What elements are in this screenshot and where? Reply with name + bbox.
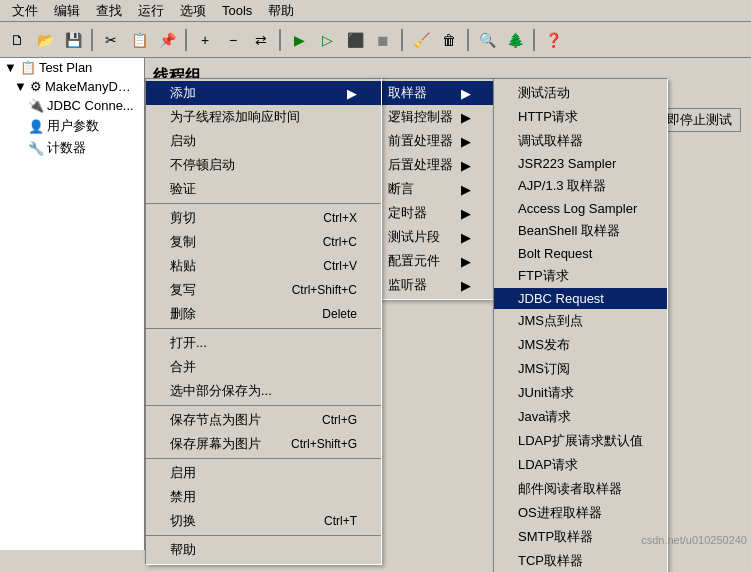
sub2-jdbc[interactable]: JDBC Request (494, 288, 667, 309)
sub2-java[interactable]: Java请求 (494, 405, 667, 429)
sub1-config[interactable]: 配置元件 ▶ (364, 249, 495, 273)
clear-all-button[interactable]: 🗑 (436, 27, 462, 53)
new-button[interactable]: 🗋 (4, 27, 30, 53)
arrow-icon: ▶ (347, 86, 357, 101)
tree-item-counter[interactable]: 🔧 计数器 (0, 137, 144, 159)
separator2 (185, 29, 187, 51)
save-button[interactable]: 💾 (60, 27, 86, 53)
sub1-logic[interactable]: 逻辑控制器 ▶ (364, 105, 495, 129)
help-button[interactable]: ❓ (540, 27, 566, 53)
arrow-config: ▶ (461, 254, 471, 269)
sub2-ajp[interactable]: AJP/1.3 取样器 (494, 174, 667, 198)
menu-addto-item-savenodeimg[interactable]: 保存节点为图片 Ctrl+G (146, 408, 381, 432)
menu-addto-item-enable[interactable]: 启用 (146, 461, 381, 485)
context-menu-sub1: 取样器 ▶ 逻辑控制器 ▶ 前置处理器 ▶ 后置处理器 ▶ 断言 ▶ (363, 78, 496, 300)
menu-tools[interactable]: Tools (214, 1, 260, 20)
menu-addto-item-delete[interactable]: 删除 Delete (146, 302, 381, 326)
shortcut-savenodeimg: Ctrl+G (322, 413, 357, 427)
tree-button[interactable]: 🌲 (502, 27, 528, 53)
clear-button[interactable]: 🧹 (408, 27, 434, 53)
arrow-listener: ▶ (461, 278, 471, 293)
sep1 (146, 203, 381, 204)
sub2-mail[interactable]: 邮件阅读者取样器 (494, 477, 667, 501)
sub2-ldap[interactable]: LDAP请求 (494, 453, 667, 477)
open-button[interactable]: 📂 (32, 27, 58, 53)
sub2-jsr223[interactable]: JSR223 Sampler (494, 153, 667, 174)
arrow-logic: ▶ (461, 110, 471, 125)
menu-help[interactable]: 帮助 (260, 0, 302, 22)
menu-addto-item-disable[interactable]: 禁用 (146, 485, 381, 509)
shortcut-copy: Ctrl+C (323, 235, 357, 249)
menu-options[interactable]: 选项 (172, 0, 214, 22)
tree-item-testplan[interactable]: ▼ 📋 Test Plan (0, 58, 144, 77)
menu-find[interactable]: 查找 (88, 0, 130, 22)
watermark: csdn.net/u010250240 (641, 534, 747, 546)
menu-addto-item-validate[interactable]: 验证 (146, 177, 381, 201)
menu-run[interactable]: 运行 (130, 0, 172, 22)
separator1 (91, 29, 93, 51)
sub2-os[interactable]: OS进程取样器 (494, 501, 667, 525)
menu-addto-item-toggle[interactable]: 切换 Ctrl+T (146, 509, 381, 533)
sub1-testfrag[interactable]: 测试片段 ▶ (364, 225, 495, 249)
shortcut-toggle: Ctrl+T (324, 514, 357, 528)
sub1-assert[interactable]: 断言 ▶ (364, 177, 495, 201)
collapse-button[interactable]: − (220, 27, 246, 53)
sub1-timer[interactable]: 定时器 ▶ (364, 201, 495, 225)
sub2-junit[interactable]: JUnit请求 (494, 381, 667, 405)
sub2-jmspub[interactable]: JMS发布 (494, 333, 667, 357)
tree-item-makemanydatas[interactable]: ▼ ⚙ MakeManyData (0, 77, 144, 96)
run-no-pause-button[interactable]: ▷ (314, 27, 340, 53)
arrow-timer: ▶ (461, 206, 471, 221)
menu-addto-item-addtime[interactable]: 为子线程添加响应时间 (146, 105, 381, 129)
shortcut-dup: Ctrl+Shift+C (292, 283, 357, 297)
menu-addto-item-start[interactable]: 启动 (146, 129, 381, 153)
menu-addto-item-add[interactable]: 添加 ▶ (146, 81, 381, 105)
sub1-listener[interactable]: 监听器 ▶ (364, 273, 495, 297)
sub1-sampler[interactable]: 取样器 ▶ (364, 81, 495, 105)
menu-addto-item-open[interactable]: 打开... (146, 331, 381, 355)
expand-button[interactable]: + (192, 27, 218, 53)
stop-button[interactable]: ⬛ (342, 27, 368, 53)
copy-button[interactable]: 📋 (126, 27, 152, 53)
menu-file[interactable]: 文件 (4, 0, 46, 22)
toolbar: 🗋 📂 💾 ✂ 📋 📌 + − ⇄ ▶ ▷ ⬛ ◼ 🧹 🗑 🔍 🌲 ❓ (0, 22, 751, 58)
search-button[interactable]: 🔍 (474, 27, 500, 53)
tree-item-jdbc[interactable]: 🔌 JDBC Conne... (0, 96, 144, 115)
sub2-ldapext[interactable]: LDAP扩展请求默认值 (494, 429, 667, 453)
menu-addto-item-startnopause[interactable]: 不停顿启动 (146, 153, 381, 177)
shutdown-button[interactable]: ◼ (370, 27, 396, 53)
shortcut-paste: Ctrl+V (323, 259, 357, 273)
sub2-http[interactable]: HTTP请求 (494, 105, 667, 129)
tree-item-label: Test Plan (39, 60, 92, 75)
cut-button[interactable]: ✂ (98, 27, 124, 53)
menu-edit[interactable]: 编辑 (46, 0, 88, 22)
menu-addto-item-duplicate[interactable]: 复写 Ctrl+Shift+C (146, 278, 381, 302)
sub2-ftp[interactable]: FTP请求 (494, 264, 667, 288)
separator3 (279, 29, 281, 51)
sub2-beanshell[interactable]: BeanShell 取样器 (494, 219, 667, 243)
menu-addto-item-cut[interactable]: 剪切 Ctrl+X (146, 206, 381, 230)
paste-button[interactable]: 📌 (154, 27, 180, 53)
menu-addto-item-copy[interactable]: 复制 Ctrl+C (146, 230, 381, 254)
left-panel: ▼ 📋 Test Plan ▼ ⚙ MakeManyData 🔌 JDBC Co… (0, 58, 145, 550)
sub2-debug[interactable]: 调试取样器 (494, 129, 667, 153)
menu-addto-item-helpitem[interactable]: 帮助 (146, 538, 381, 562)
tree-item-label3: JDBC Conne... (47, 98, 134, 113)
toggle-button[interactable]: ⇄ (248, 27, 274, 53)
sub1-post[interactable]: 后置处理器 ▶ (364, 153, 495, 177)
sub2-tcp[interactable]: TCP取样器 (494, 549, 667, 572)
sub2-jmsp2p[interactable]: JMS点到点 (494, 309, 667, 333)
menu-addto-item-saveas[interactable]: 选中部分保存为... (146, 379, 381, 403)
menu-addto-item-paste[interactable]: 粘贴 Ctrl+V (146, 254, 381, 278)
menu-addto-item-savescreenimg[interactable]: 保存屏幕为图片 Ctrl+Shift+G (146, 432, 381, 456)
run-button[interactable]: ▶ (286, 27, 312, 53)
tree-item-userparams[interactable]: 👤 用户参数 (0, 115, 144, 137)
jdbc-icon: 🔌 (28, 98, 44, 113)
menu-addto-item-merge[interactable]: 合并 (146, 355, 381, 379)
sub2-accesslog[interactable]: Access Log Sampler (494, 198, 667, 219)
sub2-jmssub[interactable]: JMS订阅 (494, 357, 667, 381)
sub1-pre[interactable]: 前置处理器 ▶ (364, 129, 495, 153)
sep3 (146, 405, 381, 406)
sub2-testaction[interactable]: 测试活动 (494, 81, 667, 105)
sub2-bolt[interactable]: Bolt Request (494, 243, 667, 264)
